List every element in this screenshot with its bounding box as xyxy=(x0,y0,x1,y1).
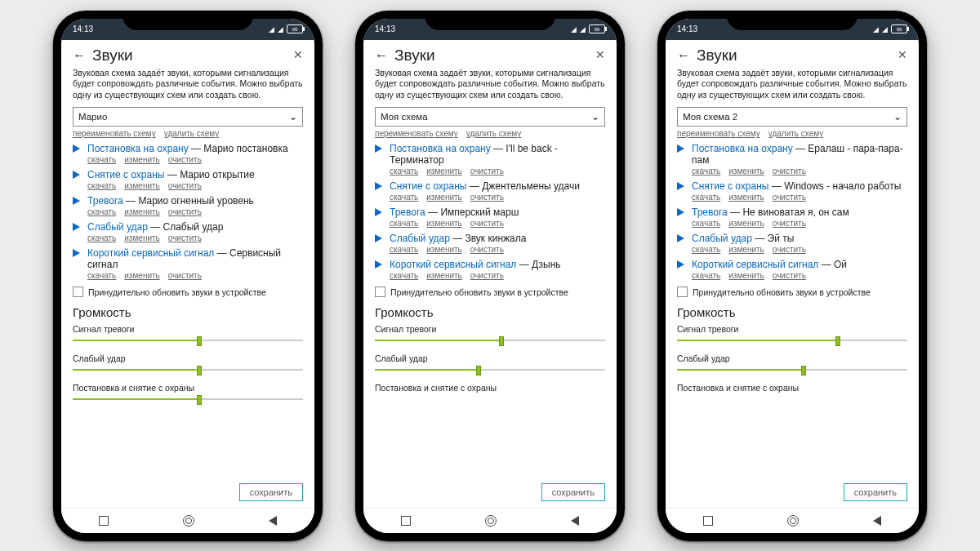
rename-scheme-link[interactable]: переименовать схему xyxy=(375,129,458,138)
sound-event-label[interactable]: Тревога xyxy=(390,207,425,218)
volume-slider[interactable] xyxy=(73,365,303,375)
back-arrow-icon[interactable]: ← xyxy=(375,48,388,63)
nav-home-icon[interactable] xyxy=(183,515,194,527)
play-icon[interactable] xyxy=(375,182,382,190)
nav-back-icon[interactable] xyxy=(571,516,579,526)
close-icon[interactable]: ✕ xyxy=(595,48,605,61)
edit-link[interactable]: изменить xyxy=(426,271,462,280)
clear-link[interactable]: очистить xyxy=(773,193,806,202)
download-link[interactable]: скачать xyxy=(390,219,418,228)
download-link[interactable]: скачать xyxy=(87,155,116,164)
delete-scheme-link[interactable]: удалить схему xyxy=(466,129,522,138)
clear-link[interactable]: очистить xyxy=(470,271,504,280)
volume-slider[interactable] xyxy=(73,394,303,404)
clear-link[interactable]: очистить xyxy=(773,219,806,228)
play-icon[interactable] xyxy=(73,144,80,153)
sound-event-label[interactable]: Слабый удар xyxy=(692,233,752,244)
save-button[interactable]: сохранить xyxy=(844,483,907,501)
download-link[interactable]: скачать xyxy=(87,271,116,280)
clear-link[interactable]: очистить xyxy=(168,271,202,280)
edit-link[interactable]: изменить xyxy=(426,245,462,254)
nav-back-icon[interactable] xyxy=(269,516,277,526)
play-icon[interactable] xyxy=(677,144,684,153)
download-link[interactable]: скачать xyxy=(692,193,720,202)
clear-link[interactable]: очистить xyxy=(168,181,202,190)
play-icon[interactable] xyxy=(677,208,684,216)
edit-link[interactable]: изменить xyxy=(426,219,462,228)
volume-slider[interactable] xyxy=(375,365,605,375)
edit-link[interactable]: изменить xyxy=(124,207,160,216)
clear-link[interactable]: очистить xyxy=(168,207,202,216)
play-icon[interactable] xyxy=(677,260,684,269)
play-icon[interactable] xyxy=(677,234,684,242)
back-arrow-icon[interactable]: ← xyxy=(677,48,690,63)
sound-event-label[interactable]: Слабый удар xyxy=(390,233,450,244)
nav-home-icon[interactable] xyxy=(787,515,799,527)
nav-back-icon[interactable] xyxy=(873,516,881,526)
play-icon[interactable] xyxy=(73,249,80,257)
play-icon[interactable] xyxy=(375,208,382,216)
save-button[interactable]: сохранить xyxy=(239,483,303,501)
play-icon[interactable] xyxy=(73,223,80,231)
sound-event-label[interactable]: Короткий сервисный сигнал xyxy=(390,259,516,270)
download-link[interactable]: скачать xyxy=(692,219,720,228)
force-update-checkbox[interactable] xyxy=(375,287,385,297)
clear-link[interactable]: очистить xyxy=(168,233,202,242)
download-link[interactable]: скачать xyxy=(390,167,418,176)
download-link[interactable]: скачать xyxy=(390,271,418,280)
sound-event-label[interactable]: Короткий сервисный сигнал xyxy=(692,259,818,270)
rename-scheme-link[interactable]: переименовать схему xyxy=(73,129,156,138)
sound-event-label[interactable]: Постановка на охрану xyxy=(692,143,793,154)
delete-scheme-link[interactable]: удалить схему xyxy=(164,129,220,138)
clear-link[interactable]: очистить xyxy=(470,167,504,176)
edit-link[interactable]: изменить xyxy=(728,245,764,254)
nav-home-icon[interactable] xyxy=(485,515,497,527)
force-update-checkbox[interactable] xyxy=(73,287,83,297)
volume-slider[interactable] xyxy=(677,335,907,345)
download-link[interactable]: скачать xyxy=(390,193,418,202)
download-link[interactable]: скачать xyxy=(390,245,418,254)
edit-link[interactable]: изменить xyxy=(728,219,764,228)
edit-link[interactable]: изменить xyxy=(124,271,160,280)
edit-link[interactable]: изменить xyxy=(728,271,764,280)
play-icon[interactable] xyxy=(677,182,684,190)
sound-event-label[interactable]: Тревога xyxy=(692,207,728,218)
edit-link[interactable]: изменить xyxy=(426,193,462,202)
sound-event-label[interactable]: Снятие с охраны xyxy=(390,180,466,192)
sound-event-label[interactable]: Тревога xyxy=(87,195,123,207)
back-arrow-icon[interactable]: ← xyxy=(73,48,86,63)
clear-link[interactable]: очистить xyxy=(773,245,806,254)
force-update-checkbox[interactable] xyxy=(677,287,688,297)
download-link[interactable]: скачать xyxy=(87,207,116,216)
edit-link[interactable]: изменить xyxy=(728,167,764,176)
scheme-select[interactable]: Марио⌄ xyxy=(73,107,303,127)
edit-link[interactable]: изменить xyxy=(728,193,764,202)
download-link[interactable]: скачать xyxy=(692,167,720,176)
edit-link[interactable]: изменить xyxy=(124,233,160,242)
play-icon[interactable] xyxy=(375,260,382,269)
sound-event-label[interactable]: Снятие с охраны xyxy=(87,169,164,180)
close-icon[interactable]: ✕ xyxy=(898,48,907,61)
nav-recent-icon[interactable] xyxy=(401,516,411,526)
delete-scheme-link[interactable]: удалить схему xyxy=(768,129,824,138)
sound-event-label[interactable]: Короткий сервисный сигнал xyxy=(87,247,214,259)
close-icon[interactable]: ✕ xyxy=(293,48,303,61)
download-link[interactable]: скачать xyxy=(692,245,720,254)
clear-link[interactable]: очистить xyxy=(470,245,504,254)
clear-link[interactable]: очистить xyxy=(470,193,504,202)
save-button[interactable]: сохранить xyxy=(541,483,605,501)
download-link[interactable]: скачать xyxy=(87,233,116,242)
edit-link[interactable]: изменить xyxy=(124,155,160,164)
nav-recent-icon[interactable] xyxy=(99,516,109,526)
rename-scheme-link[interactable]: переименовать схему xyxy=(677,129,760,138)
play-icon[interactable] xyxy=(375,144,382,153)
sound-event-label[interactable]: Снятие с охраны xyxy=(692,180,768,192)
clear-link[interactable]: очистить xyxy=(773,167,806,176)
download-link[interactable]: скачать xyxy=(87,181,116,190)
edit-link[interactable]: изменить xyxy=(426,167,462,176)
play-icon[interactable] xyxy=(375,234,382,242)
play-icon[interactable] xyxy=(73,197,80,205)
scheme-select[interactable]: Моя схема⌄ xyxy=(375,107,605,127)
clear-link[interactable]: очистить xyxy=(470,219,504,228)
download-link[interactable]: скачать xyxy=(692,271,720,280)
